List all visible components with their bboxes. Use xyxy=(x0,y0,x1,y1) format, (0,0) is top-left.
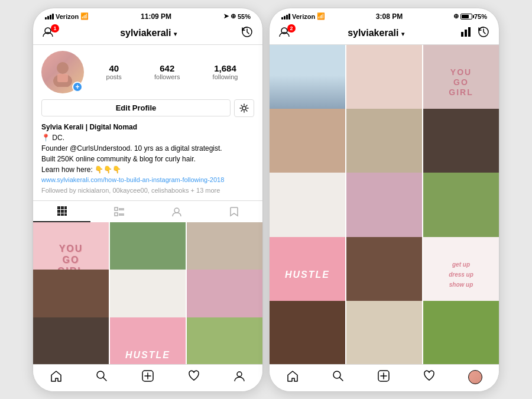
history-icon-right xyxy=(478,26,489,38)
status-carrier-left: Verizon 📶 xyxy=(45,12,89,20)
svg-rect-20 xyxy=(115,213,118,216)
heart-icon-right xyxy=(423,369,436,382)
bottom-add-button[interactable] xyxy=(141,369,154,385)
svg-line-38 xyxy=(339,377,343,381)
stats-icon xyxy=(460,26,472,38)
dropdown-icon-right: ▾ xyxy=(401,31,404,37)
bookmark-icon xyxy=(229,206,239,217)
svg-rect-34 xyxy=(465,30,467,37)
bottom-profile-button[interactable] xyxy=(233,369,246,385)
grid-tabs xyxy=(33,200,262,222)
avatar-image xyxy=(48,57,77,87)
settings-icon xyxy=(239,103,249,113)
stat-posts[interactable]: 40 posts xyxy=(106,63,122,80)
signal-icon-right xyxy=(281,14,290,20)
settings-button[interactable] xyxy=(234,99,254,117)
left-grid-cell-8[interactable] xyxy=(187,317,262,364)
svg-rect-11 xyxy=(57,210,60,213)
nav-bar-left: 1 sylviakerali ▾ xyxy=(33,22,262,45)
svg-rect-33 xyxy=(461,32,463,37)
tab-grid[interactable] xyxy=(33,201,90,222)
left-grid-cell-7[interactable]: HUSTLE xyxy=(110,317,186,364)
photo-grid-left: YOUGOGIRL📷HUSTLE xyxy=(33,222,262,364)
right-grid-cell-14[interactable] xyxy=(423,301,499,364)
bio-line2: Built 250K online community & blog for c… xyxy=(41,154,254,164)
profile-icon xyxy=(233,369,246,382)
battery-pct-right: 75% xyxy=(474,13,487,20)
phone-left: Verizon 📶 11:09 PM ➤ ⊕ 55% 1 xyxy=(33,8,263,392)
bio-section: Sylvia Kerali | Digital Nomad 📍 DC. Foun… xyxy=(41,122,254,196)
history-button-right[interactable] xyxy=(478,26,489,41)
home-icon-right xyxy=(286,369,299,382)
followers-count: 642 xyxy=(160,63,174,73)
add-to-story-button[interactable]: + xyxy=(72,82,83,92)
bio-followers-note: Followed by nickialaron, 00kaycee00, cel… xyxy=(41,186,254,196)
bottom-profile-button-right[interactable] xyxy=(468,370,482,384)
home-icon xyxy=(50,369,63,382)
dropdown-icon: ▾ xyxy=(174,31,177,37)
bottom-heart-button-right[interactable] xyxy=(423,369,436,385)
right-grid-cell-13[interactable] xyxy=(346,301,422,364)
bottom-heart-button[interactable] xyxy=(187,369,200,385)
heart-icon xyxy=(187,369,200,382)
svg-rect-14 xyxy=(57,213,60,216)
status-bar-right: Verizon 📶 3:08 PM ⊕ 75% xyxy=(270,8,499,22)
bio-link[interactable]: www.sylviakerali.com/how-to-build-an-ins… xyxy=(41,175,254,185)
profile-section-left: + 40 posts 642 followers 1,684 following xyxy=(33,45,262,196)
wifi-icon: 📶 xyxy=(80,12,89,20)
tab-saved[interactable] xyxy=(205,201,262,222)
profile-stats-row: + 40 posts 642 followers 1,684 following xyxy=(41,51,254,93)
time-right: 3:08 PM xyxy=(376,12,403,21)
add-person-button-left[interactable]: 1 xyxy=(43,27,56,40)
svg-rect-8 xyxy=(57,206,60,209)
status-right-right: ⊕ 75% xyxy=(453,12,487,20)
bottom-home-button-right[interactable] xyxy=(286,369,299,385)
notification-badge-right: 2 xyxy=(287,24,296,33)
svg-rect-12 xyxy=(61,210,64,213)
tab-tagged[interactable] xyxy=(148,201,205,222)
svg-rect-35 xyxy=(468,27,471,37)
nav-bar-right: 2 sylviakerali ▾ xyxy=(270,22,499,45)
bluetooth-icon: ⊕ xyxy=(231,12,236,20)
bottom-home-button[interactable] xyxy=(50,369,63,385)
add-person-button-right[interactable]: 2 xyxy=(279,27,292,40)
avatar-wrap: + xyxy=(41,51,84,93)
status-bar-left: Verizon 📶 11:09 PM ➤ ⊕ 55% xyxy=(33,8,262,22)
bottom-search-button[interactable] xyxy=(95,369,108,385)
carrier-name-left: Verizon xyxy=(56,13,79,20)
stat-following[interactable]: 1,684 following xyxy=(213,63,238,80)
bio-line1: Founder @CurlsUnderstood. 10 yrs as a di… xyxy=(41,143,254,154)
stat-followers[interactable]: 642 followers xyxy=(154,63,180,80)
bio-name: Sylvia Kerali | Digital Nomad xyxy=(41,122,254,132)
svg-rect-9 xyxy=(61,206,64,209)
edit-row: Edit Profile xyxy=(41,99,254,117)
profile-avatar-right xyxy=(468,370,482,384)
following-count: 1,684 xyxy=(214,63,236,73)
bottom-nav-right xyxy=(270,364,499,391)
bottom-add-button-right[interactable] xyxy=(377,369,390,385)
location-icon: ➤ xyxy=(223,12,229,20)
bottom-search-button-right[interactable] xyxy=(332,369,345,385)
search-icon xyxy=(95,369,108,382)
stats-button-right[interactable] xyxy=(460,26,472,41)
nav-right-icons xyxy=(460,26,489,41)
person-tag-icon xyxy=(171,206,182,217)
edit-profile-button[interactable]: Edit Profile xyxy=(41,99,231,116)
svg-line-25 xyxy=(103,377,107,381)
svg-rect-13 xyxy=(64,210,67,213)
bottom-nav-left xyxy=(33,364,262,391)
history-button-left[interactable] xyxy=(241,26,253,41)
username-right: sylviakerali ▾ xyxy=(348,28,404,38)
search-icon-right xyxy=(332,369,345,382)
time-left: 11:09 PM xyxy=(141,12,171,21)
svg-point-23 xyxy=(174,208,179,213)
notification-badge-left: 1 xyxy=(51,24,59,33)
left-grid-cell-6[interactable]: 📷 xyxy=(33,317,109,364)
bluetooth-icon-right: ⊕ xyxy=(453,12,459,20)
svg-point-7 xyxy=(242,106,246,110)
tab-list[interactable] xyxy=(90,201,148,222)
signal-icon xyxy=(45,14,54,20)
right-grid-cell-12[interactable] xyxy=(270,301,345,364)
list-icon xyxy=(114,206,125,217)
svg-point-4 xyxy=(57,62,69,74)
